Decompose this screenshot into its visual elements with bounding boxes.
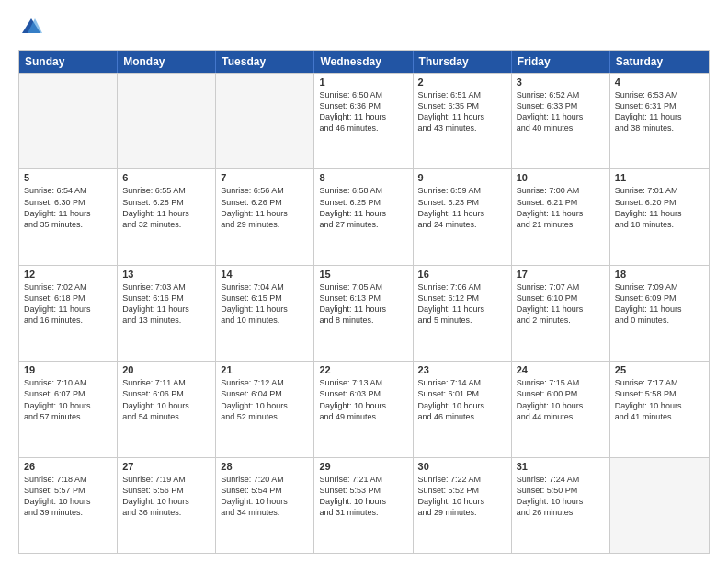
day-number: 16 xyxy=(418,269,506,280)
calendar-cell: 9Sunrise: 6:59 AMSunset: 6:23 PMDaylight… xyxy=(414,169,512,264)
day-number: 19 xyxy=(24,364,112,375)
header-day-monday: Monday xyxy=(118,51,216,73)
day-number: 4 xyxy=(615,76,704,87)
calendar: SundayMondayTuesdayWednesdayThursdayFrid… xyxy=(18,50,710,554)
calendar-cell: 16Sunrise: 7:06 AMSunset: 6:12 PMDayligh… xyxy=(414,266,512,361)
logo xyxy=(18,15,48,40)
header-day-wednesday: Wednesday xyxy=(314,51,413,73)
calendar-cell: 30Sunrise: 7:22 AMSunset: 5:52 PMDayligh… xyxy=(414,458,512,553)
calendar-row-1: 5Sunrise: 6:54 AMSunset: 6:30 PMDaylight… xyxy=(19,168,709,264)
calendar-cell xyxy=(118,74,216,168)
calendar-cell: 23Sunrise: 7:14 AMSunset: 6:01 PMDayligh… xyxy=(414,362,512,456)
cell-text: Sunrise: 6:58 AMSunset: 6:25 PMDaylight:… xyxy=(319,185,407,230)
logo-icon xyxy=(18,15,44,40)
cell-text: Sunrise: 6:54 AMSunset: 6:30 PMDaylight:… xyxy=(24,185,112,230)
day-number: 14 xyxy=(221,269,309,280)
cell-text: Sunrise: 7:24 AMSunset: 5:50 PMDaylight:… xyxy=(517,474,605,519)
cell-text: Sunrise: 7:19 AMSunset: 5:56 PMDaylight:… xyxy=(122,474,210,519)
page: SundayMondayTuesdayWednesdayThursdayFrid… xyxy=(0,0,728,563)
day-number: 24 xyxy=(517,364,605,375)
day-number: 28 xyxy=(221,461,309,472)
calendar-cell: 3Sunrise: 6:52 AMSunset: 6:33 PMDaylight… xyxy=(512,74,610,168)
day-number: 5 xyxy=(24,172,112,183)
cell-text: Sunrise: 7:17 AMSunset: 5:58 PMDaylight:… xyxy=(615,377,704,422)
cell-text: Sunrise: 7:11 AMSunset: 6:06 PMDaylight:… xyxy=(122,377,210,422)
day-number: 21 xyxy=(221,364,309,375)
calendar-row-4: 26Sunrise: 7:18 AMSunset: 5:57 PMDayligh… xyxy=(19,457,709,553)
calendar-cell: 25Sunrise: 7:17 AMSunset: 5:58 PMDayligh… xyxy=(610,362,709,456)
day-number: 7 xyxy=(221,172,309,183)
calendar-cell xyxy=(19,74,118,168)
cell-text: Sunrise: 7:18 AMSunset: 5:57 PMDaylight:… xyxy=(24,474,112,519)
calendar-cell: 5Sunrise: 6:54 AMSunset: 6:30 PMDaylight… xyxy=(19,169,118,264)
day-number: 10 xyxy=(517,172,605,183)
calendar-row-3: 19Sunrise: 7:10 AMSunset: 6:07 PMDayligh… xyxy=(19,361,709,456)
day-number: 20 xyxy=(122,364,210,375)
calendar-header: SundayMondayTuesdayWednesdayThursdayFrid… xyxy=(19,51,709,73)
day-number: 11 xyxy=(615,172,704,183)
cell-text: Sunrise: 6:51 AMSunset: 6:35 PMDaylight:… xyxy=(418,89,506,134)
header-day-friday: Friday xyxy=(512,51,610,73)
calendar-cell: 6Sunrise: 6:55 AMSunset: 6:28 PMDaylight… xyxy=(118,169,216,264)
calendar-cell: 7Sunrise: 6:56 AMSunset: 6:26 PMDaylight… xyxy=(216,169,314,264)
cell-text: Sunrise: 7:10 AMSunset: 6:07 PMDaylight:… xyxy=(24,377,112,422)
calendar-cell: 17Sunrise: 7:07 AMSunset: 6:10 PMDayligh… xyxy=(512,266,610,361)
calendar-cell: 14Sunrise: 7:04 AMSunset: 6:15 PMDayligh… xyxy=(216,266,314,361)
header-day-saturday: Saturday xyxy=(610,51,709,73)
day-number: 13 xyxy=(122,269,210,280)
cell-text: Sunrise: 7:01 AMSunset: 6:20 PMDaylight:… xyxy=(615,185,704,230)
day-number: 1 xyxy=(319,76,407,87)
day-number: 2 xyxy=(418,76,506,87)
calendar-cell: 18Sunrise: 7:09 AMSunset: 6:09 PMDayligh… xyxy=(610,266,709,361)
calendar-cell: 12Sunrise: 7:02 AMSunset: 6:18 PMDayligh… xyxy=(19,266,118,361)
cell-text: Sunrise: 7:02 AMSunset: 6:18 PMDaylight:… xyxy=(24,282,112,327)
calendar-cell: 4Sunrise: 6:53 AMSunset: 6:31 PMDaylight… xyxy=(610,74,709,168)
calendar-row-2: 12Sunrise: 7:02 AMSunset: 6:18 PMDayligh… xyxy=(19,265,709,361)
day-number: 22 xyxy=(319,364,407,375)
calendar-cell xyxy=(610,458,709,553)
calendar-cell: 31Sunrise: 7:24 AMSunset: 5:50 PMDayligh… xyxy=(512,458,610,553)
calendar-cell: 21Sunrise: 7:12 AMSunset: 6:04 PMDayligh… xyxy=(216,362,314,456)
cell-text: Sunrise: 7:21 AMSunset: 5:53 PMDaylight:… xyxy=(319,474,407,519)
cell-text: Sunrise: 7:05 AMSunset: 6:13 PMDaylight:… xyxy=(319,282,407,327)
day-number: 25 xyxy=(615,364,704,375)
calendar-cell: 28Sunrise: 7:20 AMSunset: 5:54 PMDayligh… xyxy=(216,458,314,553)
cell-text: Sunrise: 7:20 AMSunset: 5:54 PMDaylight:… xyxy=(221,474,309,519)
cell-text: Sunrise: 6:50 AMSunset: 6:36 PMDaylight:… xyxy=(319,89,407,134)
header-day-tuesday: Tuesday xyxy=(216,51,314,73)
calendar-cell: 19Sunrise: 7:10 AMSunset: 6:07 PMDayligh… xyxy=(19,362,118,456)
day-number: 29 xyxy=(319,461,407,472)
day-number: 31 xyxy=(517,461,605,472)
calendar-body: 1Sunrise: 6:50 AMSunset: 6:36 PMDaylight… xyxy=(19,73,709,553)
cell-text: Sunrise: 7:15 AMSunset: 6:00 PMDaylight:… xyxy=(517,377,605,422)
calendar-cell: 26Sunrise: 7:18 AMSunset: 5:57 PMDayligh… xyxy=(19,458,118,553)
cell-text: Sunrise: 6:59 AMSunset: 6:23 PMDaylight:… xyxy=(418,185,506,230)
calendar-cell: 22Sunrise: 7:13 AMSunset: 6:03 PMDayligh… xyxy=(314,362,413,456)
day-number: 18 xyxy=(615,269,704,280)
day-number: 27 xyxy=(122,461,210,472)
calendar-cell: 24Sunrise: 7:15 AMSunset: 6:00 PMDayligh… xyxy=(512,362,610,456)
day-number: 15 xyxy=(319,269,407,280)
header-day-thursday: Thursday xyxy=(414,51,512,73)
day-number: 26 xyxy=(24,461,112,472)
calendar-cell: 11Sunrise: 7:01 AMSunset: 6:20 PMDayligh… xyxy=(610,169,709,264)
header-day-sunday: Sunday xyxy=(19,51,118,73)
cell-text: Sunrise: 7:22 AMSunset: 5:52 PMDaylight:… xyxy=(418,474,506,519)
cell-text: Sunrise: 7:00 AMSunset: 6:21 PMDaylight:… xyxy=(517,185,605,230)
cell-text: Sunrise: 7:06 AMSunset: 6:12 PMDaylight:… xyxy=(418,282,506,327)
cell-text: Sunrise: 7:13 AMSunset: 6:03 PMDaylight:… xyxy=(319,377,407,422)
cell-text: Sunrise: 6:56 AMSunset: 6:26 PMDaylight:… xyxy=(221,185,309,230)
cell-text: Sunrise: 7:03 AMSunset: 6:16 PMDaylight:… xyxy=(122,282,210,327)
day-number: 8 xyxy=(319,172,407,183)
cell-text: Sunrise: 7:14 AMSunset: 6:01 PMDaylight:… xyxy=(418,377,506,422)
day-number: 17 xyxy=(517,269,605,280)
calendar-cell: 27Sunrise: 7:19 AMSunset: 5:56 PMDayligh… xyxy=(118,458,216,553)
day-number: 23 xyxy=(418,364,506,375)
calendar-cell: 2Sunrise: 6:51 AMSunset: 6:35 PMDaylight… xyxy=(414,74,512,168)
header xyxy=(18,15,710,40)
cell-text: Sunrise: 7:07 AMSunset: 6:10 PMDaylight:… xyxy=(517,282,605,327)
calendar-cell: 29Sunrise: 7:21 AMSunset: 5:53 PMDayligh… xyxy=(314,458,413,553)
calendar-cell: 10Sunrise: 7:00 AMSunset: 6:21 PMDayligh… xyxy=(512,169,610,264)
calendar-cell xyxy=(216,74,314,168)
cell-text: Sunrise: 7:12 AMSunset: 6:04 PMDaylight:… xyxy=(221,377,309,422)
